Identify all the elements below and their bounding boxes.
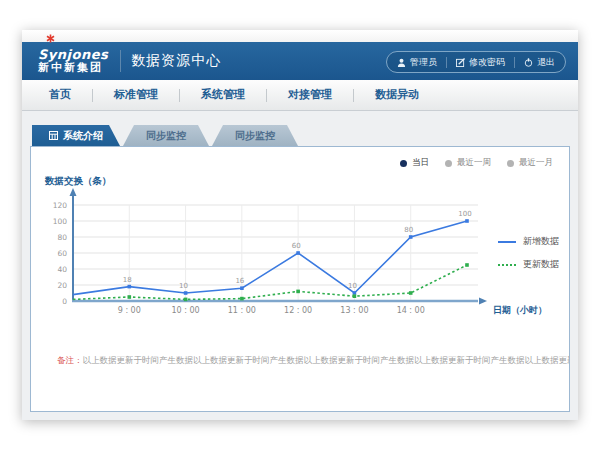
footnote: 备注：以上数据更新于时间产生数据以上数据更新于时间产生数据以上数据更新于时间产生… [31,355,569,367]
svg-text:100: 100 [458,210,471,218]
pill-divider [514,57,515,68]
svg-text:12 : 00: 12 : 00 [284,306,312,315]
svg-text:10: 10 [348,282,357,290]
header-divider [120,50,121,72]
nav-item-system-mgmt[interactable]: 系统管理 [180,80,266,110]
svg-text:60: 60 [57,249,67,258]
nav-item-home[interactable]: 首页 [28,80,92,110]
chart-panel: 当日 最近一周 最近一月 0204060801001209 : 0010 : 0… [30,146,570,412]
brand-logo-cn: 新中新集团 [38,62,108,74]
legend-label: 新增数据 [523,235,559,248]
time-range-option[interactable]: 最近一周 [445,157,491,169]
svg-text:0: 0 [62,297,67,306]
nav-item-docking-mgmt[interactable]: 对接管理 [267,80,353,110]
logout-label: 退出 [537,56,555,69]
svg-text:10 : 00: 10 : 00 [172,306,200,315]
tab-label: 系统介绍 [63,129,103,143]
user-icon [397,58,406,67]
tab-system-intro[interactable]: 系统介绍 [32,125,120,146]
footnote-prefix: 备注： [57,355,83,365]
legend-item-update-data[interactable]: 更新数据 [498,258,559,271]
time-range-filter: 当日 最近一周 最近一月 [400,157,553,169]
svg-text:11 : 00: 11 : 00 [228,306,256,315]
radio-dot-icon [507,160,514,167]
time-range-label: 当日 [412,157,429,169]
logo-asterisk-icon [46,34,55,43]
main-nav: 首页 标准管理 系统管理 对接管理 数据异动 [22,80,578,111]
legend-label: 更新数据 [523,258,559,271]
change-password-button[interactable]: 修改密码 [456,56,505,69]
svg-text:20: 20 [57,281,67,290]
app-title: 数据资源中心 [131,52,221,70]
user-controls: 管理员 修改密码 退出 [386,51,566,73]
radio-dot-icon [445,160,452,167]
svg-text:60: 60 [292,242,301,250]
power-icon [524,58,533,67]
svg-text:80: 80 [404,226,413,234]
footnote-text: 以上数据更新于时间产生数据以上数据更新于时间产生数据以上数据更新于时间产生数据以… [83,355,570,365]
svg-text:40: 40 [57,265,67,274]
svg-text:数据交换（条）: 数据交换（条） [44,175,112,187]
app-window: Synjones 新中新集团 数据资源中心 管理员 [22,30,578,420]
tab-sync-monitor-1[interactable]: 同步监控 [123,125,209,146]
tab-bar: 系统介绍 同步监控 同步监控 [32,125,570,146]
current-user[interactable]: 管理员 [397,56,437,69]
svg-text:100: 100 [53,217,68,226]
time-range-option[interactable]: 当日 [400,157,429,169]
solid-line-swatch-icon [498,241,516,243]
time-range-label: 最近一月 [519,157,553,169]
page: Synjones 新中新集团 数据资源中心 管理员 [0,0,600,450]
nav-item-standard-mgmt[interactable]: 标准管理 [93,80,179,110]
brand-logo: Synjones 新中新集团 [22,48,108,73]
radio-dot-icon [400,160,407,167]
nav-item-data-change[interactable]: 数据异动 [354,80,440,110]
chart-legend: 新增数据 更新数据 [498,235,559,271]
tab-label: 同步监控 [235,129,275,143]
grid-icon [49,131,58,140]
brand-logo-en: Synjones [38,48,108,62]
change-password-label: 修改密码 [469,56,505,69]
content-area: 系统介绍 同步监控 同步监控 当日 最近一周 [22,111,578,420]
time-range-label: 最近一周 [457,157,491,169]
svg-text:10: 10 [179,282,188,290]
svg-text:16: 16 [235,277,244,285]
svg-text:9 : 00: 9 : 00 [118,306,141,315]
current-user-label: 管理员 [410,56,437,69]
svg-text:14 : 00: 14 : 00 [397,306,425,315]
tab-sync-monitor-2[interactable]: 同步监控 [212,125,298,146]
svg-text:13 : 00: 13 : 00 [340,306,368,315]
svg-text:120: 120 [53,201,68,210]
window-top-strip [22,30,578,42]
exchange-chart: 0204060801001209 : 0010 : 0011 : 0012 : … [35,171,565,323]
tab-label: 同步监控 [146,129,186,143]
dotted-line-swatch-icon [498,264,516,266]
legend-item-new-data[interactable]: 新增数据 [498,235,559,248]
time-range-option[interactable]: 最近一月 [507,157,553,169]
app-header: Synjones 新中新集团 数据资源中心 管理员 [22,42,578,80]
logout-button[interactable]: 退出 [524,56,555,69]
svg-text:80: 80 [57,233,67,242]
svg-text:日期（小时）: 日期（小时） [493,305,547,315]
svg-text:18: 18 [123,276,132,284]
pill-divider [446,57,447,68]
edit-icon [456,58,465,67]
